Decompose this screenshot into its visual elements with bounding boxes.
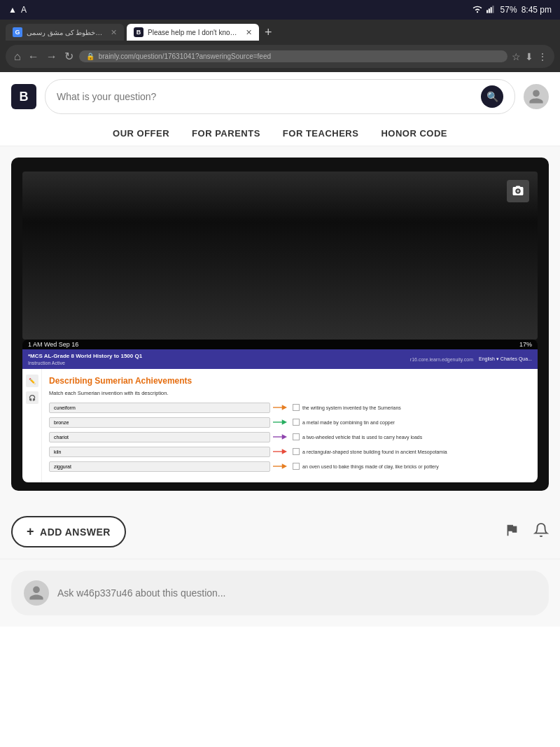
match-left-1: cuneiform bbox=[49, 402, 287, 413]
nav-menu: OUR OFFER FOR PARENTS FOR TEACHERS HONOR… bbox=[11, 121, 549, 146]
comment-box[interactable] bbox=[11, 571, 549, 615]
action-icons-group bbox=[504, 522, 549, 541]
nav-item-honor-code[interactable]: HONOR CODE bbox=[381, 128, 447, 139]
bookmark-button[interactable]: ☆ bbox=[512, 51, 521, 62]
arrow-4 bbox=[273, 446, 287, 457]
checkbox-3 bbox=[293, 433, 300, 440]
comment-input[interactable] bbox=[57, 587, 536, 599]
term-cuneiform: cuneiform bbox=[49, 403, 270, 413]
inner-time: 1 AM Wed Sep 16 bbox=[28, 341, 78, 348]
checkbox-4 bbox=[293, 448, 300, 455]
warning-icon: ▲ bbox=[8, 5, 17, 15]
inner-instructions: Match each Sumerian invention with its d… bbox=[49, 390, 531, 396]
tab-2[interactable]: B Please help me I don't know... ✕ bbox=[127, 24, 259, 41]
match-row-2: bronze bbox=[49, 417, 531, 428]
inner-content-panel: Describing Sumerian Achievements Match e… bbox=[42, 369, 538, 482]
arrow-1 bbox=[273, 402, 287, 413]
search-button[interactable]: 🔍 bbox=[481, 85, 503, 108]
url-field[interactable]: 🔒 brainly.com/question/17631041?answerin… bbox=[79, 50, 507, 62]
forward-button[interactable]: → bbox=[45, 49, 59, 64]
nav-item-our-offer[interactable]: OUR OFFER bbox=[113, 128, 169, 139]
dark-image-area bbox=[22, 172, 538, 340]
svg-point-0 bbox=[476, 11, 477, 12]
commenter-avatar-icon bbox=[28, 585, 45, 601]
desc-ziggurat: an oven used to bake things made of clay… bbox=[302, 464, 531, 469]
inner-app-title: *MCS AL-Grade 8 World History to 1500 Q1 bbox=[28, 353, 142, 359]
bell-icon[interactable] bbox=[533, 522, 549, 541]
inner-sidebar: ✏️ 🎧 bbox=[22, 369, 42, 482]
home-button[interactable]: ⌂ bbox=[13, 49, 22, 64]
inner-edgenuity-header: *MCS AL-Grade 8 World History to 1500 Q1… bbox=[22, 349, 538, 369]
url-text: brainly.com/question/17631041?answeringS… bbox=[99, 53, 500, 60]
match-left-3: chariot bbox=[49, 431, 287, 442]
arrow-5 bbox=[273, 461, 287, 472]
brainly-logo[interactable]: B bbox=[11, 84, 36, 109]
back-button[interactable]: ← bbox=[27, 49, 41, 64]
sidebar-headphone-icon: 🎧 bbox=[26, 391, 38, 404]
camera-icon bbox=[507, 180, 529, 202]
nav-item-for-parents[interactable]: FOR PARENTS bbox=[192, 128, 260, 139]
sidebar-pencil-icon: ✏️ bbox=[26, 375, 38, 387]
desc-bronze: a metal made by combining tin and copper bbox=[302, 420, 531, 425]
new-tab-button[interactable]: + bbox=[262, 25, 275, 40]
browser-chrome: G مین خطوط کی مشق رسمی – ✕ B Please help… bbox=[0, 20, 560, 72]
tab2-close-icon[interactable]: ✕ bbox=[246, 28, 252, 37]
signal-bars-icon bbox=[486, 5, 496, 15]
content-separator bbox=[0, 559, 560, 559]
user-avatar[interactable] bbox=[524, 84, 549, 109]
checkbox-1 bbox=[293, 404, 300, 411]
status-bar: ▲ A 57% 8:45 pm bbox=[0, 0, 560, 20]
match-right-5: an oven used to bake things made of clay… bbox=[293, 463, 531, 470]
status-left-icons: ▲ A bbox=[8, 5, 27, 15]
search-icon: 🔍 bbox=[486, 91, 498, 102]
reload-button[interactable]: ↻ bbox=[63, 48, 75, 64]
flag-icon[interactable] bbox=[504, 522, 519, 541]
desc-kiln: a rectangular-shaped stone building foun… bbox=[302, 449, 531, 454]
checkbox-5 bbox=[293, 463, 300, 470]
add-answer-button[interactable]: + ADD ANSWER bbox=[11, 516, 126, 547]
inner-battery: 17% bbox=[519, 341, 532, 348]
logo-text: B bbox=[20, 90, 29, 104]
plus-icon: + bbox=[27, 524, 34, 539]
term-chariot: chariot bbox=[49, 432, 270, 442]
inner-status-bar: 1 AM Wed Sep 16 17% bbox=[22, 340, 538, 349]
commenter-avatar bbox=[24, 580, 49, 606]
match-right-2: a metal made by combining tin and copper bbox=[293, 419, 531, 426]
address-bar: ⌂ ← → ↻ 🔒 brainly.com/question/17631041?… bbox=[6, 45, 554, 68]
tab2-label: Please help me I don't know... bbox=[148, 29, 239, 36]
term-ziggurat: ziggurat bbox=[49, 461, 270, 472]
signal-icon: A bbox=[21, 5, 27, 15]
battery-text: 57% bbox=[500, 5, 517, 15]
add-answer-label: ADD ANSWER bbox=[40, 526, 111, 538]
tab2-favicon: B bbox=[134, 27, 144, 37]
tab-bar: G مین خطوط کی مشق رسمی – ✕ B Please help… bbox=[6, 24, 554, 41]
svg-marker-10 bbox=[282, 434, 287, 439]
search-input[interactable] bbox=[57, 91, 475, 102]
match-right-4: a rectangular-shaped stone building foun… bbox=[293, 448, 531, 455]
svg-marker-6 bbox=[282, 405, 287, 410]
tab1-close-icon[interactable]: ✕ bbox=[111, 28, 117, 37]
inner-main-area: Describing Sumerian Achievements Match e… bbox=[22, 369, 538, 482]
arrow-3 bbox=[273, 431, 287, 442]
nav-item-for-teachers[interactable]: FOR TEACHERS bbox=[283, 128, 359, 139]
svg-marker-14 bbox=[282, 463, 287, 468]
inner-screenshot: 1 AM Wed Sep 16 17% *MCS AL-Grade 8 Worl… bbox=[22, 340, 538, 482]
desc-chariot: a two-wheeled vehicle that is used to ca… bbox=[302, 435, 531, 440]
download-button[interactable]: ⬇ bbox=[525, 51, 533, 62]
match-right-1: the writing system invented by the Sumer… bbox=[293, 404, 531, 411]
svg-rect-4 bbox=[492, 6, 493, 13]
match-left-2: bronze bbox=[49, 417, 287, 428]
match-right-3: a two-wheeled vehicle that is used to ca… bbox=[293, 433, 531, 440]
svg-rect-3 bbox=[490, 7, 491, 13]
checkbox-2 bbox=[293, 419, 300, 426]
inner-screen-body: ✏️ 🎧 Describing Sumerian Achievements Ma… bbox=[22, 369, 538, 482]
inner-activity-title: Describing Sumerian Achievements bbox=[49, 376, 531, 386]
search-bar-container[interactable]: 🔍 bbox=[45, 79, 515, 114]
inner-right-controls: r16.core.learn.edgenuity.com English ▾ C… bbox=[410, 356, 532, 362]
tab-1[interactable]: G مین خطوط کی مشق رسمی – ✕ bbox=[6, 24, 124, 41]
question-image: 1 AM Wed Sep 16 17% *MCS AL-Grade 8 Worl… bbox=[11, 158, 549, 491]
term-bronze: bronze bbox=[49, 417, 270, 428]
menu-button[interactable]: ⋮ bbox=[538, 51, 547, 62]
lock-icon: 🔒 bbox=[86, 53, 94, 60]
wifi-icon bbox=[472, 5, 482, 15]
